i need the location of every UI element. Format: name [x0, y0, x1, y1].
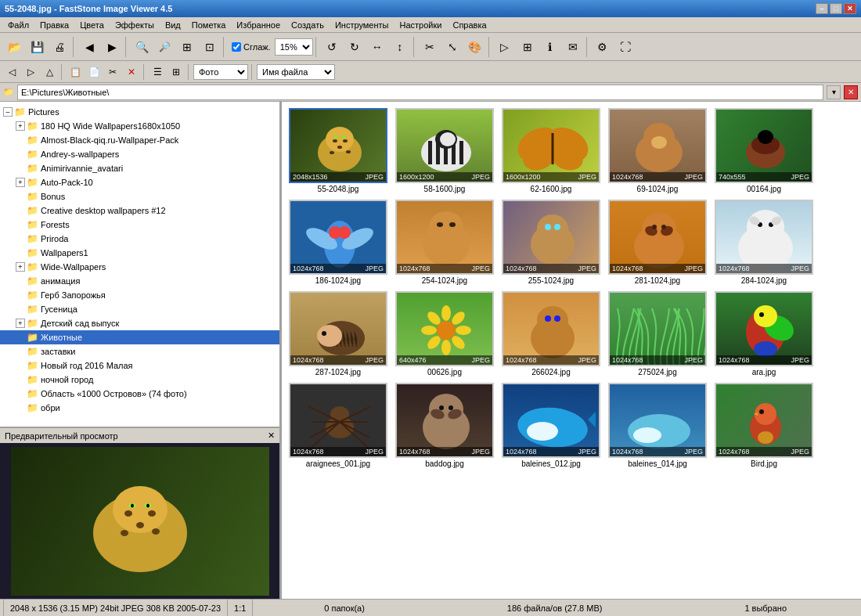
forward-button[interactable]: ▷	[22, 63, 39, 81]
save-button[interactable]: 💾	[26, 36, 48, 58]
thumbnail-item[interactable]: 1024x768JPEGbaleines_012.jpg	[501, 383, 601, 468]
flip-h-button[interactable]: ↔	[366, 36, 388, 58]
up-button[interactable]: △	[41, 63, 58, 81]
menu-item-Справка[interactable]: Справка	[448, 19, 491, 31]
tree-item[interactable]: +📁Wide-Wallpapers	[0, 260, 279, 274]
tree-item[interactable]: 📁Priroda	[0, 232, 279, 246]
thumbnail-item[interactable]: 1024x768JPEG266024.jpg	[501, 291, 601, 376]
settings-button[interactable]: ⚙	[592, 36, 614, 58]
sort-combo[interactable]: Имя файла	[257, 64, 335, 80]
slideshow-button[interactable]: ▷	[494, 36, 516, 58]
tree-item[interactable]: 📁Животные	[0, 330, 279, 344]
thumbnail-item[interactable]: 1024x768JPEG275024.jpg	[607, 291, 708, 376]
tree-item[interactable]: 📁Область «1000 Островов» (74 фото)	[0, 387, 279, 401]
del-button[interactable]: ✕	[123, 63, 140, 81]
menu-item-Пометка[interactable]: Пометка	[187, 19, 231, 31]
back-button[interactable]: ◁	[3, 63, 20, 81]
tree-item[interactable]: 📁ночной город	[0, 373, 279, 387]
tree-expander-icon[interactable]: +	[16, 121, 25, 131]
close-button[interactable]: ✕	[844, 3, 856, 14]
menu-item-Настройки[interactable]: Настройки	[395, 19, 447, 31]
tree-item[interactable]: 📁Wallpapers1	[0, 246, 279, 260]
thumbnail-item[interactable]: 1024x768JPEGBird.jpg	[714, 383, 814, 468]
crop-button[interactable]: ✂	[419, 36, 441, 58]
tree-item[interactable]: 📁обри	[0, 401, 279, 415]
tree-expander-icon[interactable]: +	[16, 262, 25, 272]
category-combo[interactable]: Фото	[193, 64, 248, 80]
menu-item-Цвета[interactable]: Цвета	[75, 19, 109, 31]
tree-item[interactable]: 📁Гусеница	[0, 302, 279, 316]
zoom-out-button[interactable]: 🔎	[153, 36, 175, 58]
maximize-button[interactable]: □	[830, 3, 842, 14]
thumbnail-item[interactable]: 1024x768JPEGbaddog.jpg	[394, 383, 495, 468]
tree-item[interactable]: 📁Герб Запорожья	[0, 288, 279, 302]
next-button[interactable]: ▶	[101, 36, 123, 58]
tree-item[interactable]: +📁Детский сад выпуск	[0, 316, 279, 330]
zoom-100-button[interactable]: ⊞	[176, 36, 198, 58]
info-button[interactable]: ℹ	[539, 36, 561, 58]
thumbnail-item[interactable]: 1024x768JPEG69-1024.jpg	[607, 108, 708, 193]
thumbnail-item[interactable]: 1600x1200JPEG58-1600.jpg	[394, 108, 495, 193]
tree-expander-icon[interactable]: +	[16, 178, 25, 187]
menu-item-Эффекты[interactable]: Эффекты	[110, 19, 159, 31]
preview-close-icon[interactable]: ✕	[268, 430, 275, 441]
rotate-right-button[interactable]: ↻	[344, 36, 366, 58]
thumbnail-item[interactable]: 1024x768JPEG284-1024.jpg	[714, 200, 814, 285]
compare-button[interactable]: ⊞	[517, 36, 539, 58]
thumbnail-item[interactable]: 1024x768JPEG186-1024.jpg	[288, 200, 388, 285]
minimize-button[interactable]: –	[816, 3, 828, 14]
menu-item-Инструменты[interactable]: Инструменты	[330, 19, 394, 31]
tree-item[interactable]: 📁Forests	[0, 218, 279, 232]
thumbnail-item[interactable]: 740x555JPEG00164.jpg	[714, 108, 814, 193]
tree-item[interactable]: 📁Creative desktop wallpapers #12	[0, 204, 279, 218]
resize-button[interactable]: ⤡	[441, 36, 463, 58]
tree-item[interactable]: 📁Bonus	[0, 189, 279, 204]
clear-button[interactable]: ✕	[844, 85, 858, 99]
move-button[interactable]: ✂	[104, 63, 121, 81]
thumbnail-item[interactable]: 1024x768JPEG254-1024.jpg	[394, 200, 495, 285]
tree-expander-icon[interactable]: –	[3, 107, 13, 117]
address-input[interactable]	[17, 85, 823, 100]
paste2-button[interactable]: 📄	[85, 63, 103, 81]
menu-item-Правка[interactable]: Правка	[35, 19, 74, 31]
prev-button[interactable]: ◀	[78, 36, 100, 58]
view-list-button[interactable]: ☰	[149, 63, 166, 81]
email-button[interactable]: ✉	[562, 36, 584, 58]
thumbnail-item[interactable]: 1024x768JPEGaraignees_001.jpg	[288, 383, 388, 468]
tree-item[interactable]: –📁Pictures	[0, 105, 279, 119]
thumbnail-item[interactable]: 1600x1200JPEG62-1600.jpg	[501, 108, 601, 193]
tree-expander-icon[interactable]: +	[16, 319, 25, 328]
zoom-in-button[interactable]: 🔍	[131, 36, 153, 58]
tree-item[interactable]: 📁заставки	[0, 344, 279, 358]
rotate-left-button[interactable]: ↺	[321, 36, 343, 58]
tree-item[interactable]: 📁Animirivannie_avatari	[0, 161, 279, 175]
zoom-combo[interactable]: 15%	[275, 38, 313, 56]
menu-item-Вид[interactable]: Вид	[160, 19, 186, 31]
menu-item-Избранное[interactable]: Избранное	[232, 19, 285, 31]
open-button[interactable]: 📂	[3, 36, 25, 58]
tree-item[interactable]: +📁180 HQ Wide Wallpapers1680x1050	[0, 119, 279, 133]
zoom-fit-button[interactable]: ⊡	[199, 36, 221, 58]
color-button[interactable]: 🎨	[464, 36, 486, 58]
smooth-checkbox[interactable]: Сглаж.	[232, 42, 271, 52]
thumbnail-item[interactable]: 1024x768JPEG281-1024.jpg	[607, 200, 708, 285]
menu-item-Файл[interactable]: Файл	[3, 19, 34, 31]
menu-item-Создать[interactable]: Создать	[286, 19, 329, 31]
tree-item[interactable]: 📁Almost-Black-qiq.ru-Wallpaper-Pack	[0, 133, 279, 147]
file-tree[interactable]: –📁Pictures+📁180 HQ Wide Wallpapers1680x1…	[0, 102, 279, 427]
thumbnail-item[interactable]: 640x476JPEG00626.jpg	[394, 291, 495, 376]
thumbnail-item[interactable]: 1024x768JPEG255-1024.jpg	[501, 200, 601, 285]
flip-v-button[interactable]: ↕	[389, 36, 411, 58]
tree-item[interactable]: 📁Andrey-s-wallpapers	[0, 147, 279, 161]
print-button[interactable]: 🖨	[49, 36, 70, 58]
copy2-button[interactable]: 📋	[67, 63, 84, 81]
tree-item[interactable]: 📁анимация	[0, 274, 279, 288]
thumbnail-item[interactable]: 2048x1536JPEG55-2048.jpg	[288, 108, 388, 193]
address-go-button[interactable]: ▾	[827, 85, 841, 99]
thumbnail-item[interactable]: 1024x768JPEG287-1024.jpg	[288, 291, 388, 376]
tree-item[interactable]: 📁Новый год 2016 Малая	[0, 358, 279, 373]
view-thumb-button[interactable]: ⊞	[168, 63, 185, 81]
fullscreen-button[interactable]: ⛶	[614, 36, 636, 58]
thumbnail-item[interactable]: 1024x768JPEGara.jpg	[714, 291, 814, 376]
tree-item[interactable]: +📁Auto-Pack-10	[0, 175, 279, 189]
